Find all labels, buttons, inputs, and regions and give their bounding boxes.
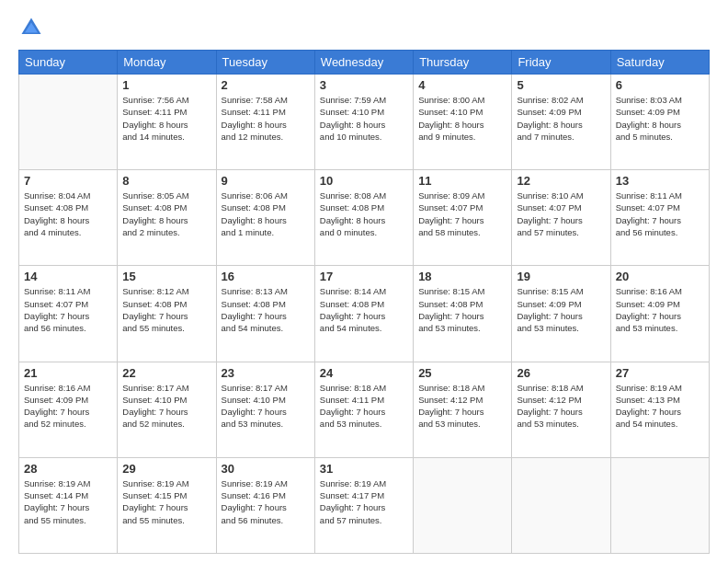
day-number: 15 (122, 270, 210, 283)
day-info: Sunrise: 8:13 AM Sunset: 4:08 PM Dayligh… (222, 285, 310, 334)
calendar-cell: 16Sunrise: 8:13 AM Sunset: 4:08 PM Dayli… (216, 266, 314, 362)
week-row-3: 14Sunrise: 8:11 AM Sunset: 4:07 PM Dayli… (19, 266, 710, 362)
calendar-cell (610, 457, 709, 553)
day-number: 25 (418, 366, 506, 380)
calendar-cell: 2Sunrise: 7:58 AM Sunset: 4:11 PM Daylig… (216, 75, 314, 170)
day-number: 14 (24, 270, 112, 283)
day-info: Sunrise: 8:11 AM Sunset: 4:07 PM Dayligh… (616, 190, 704, 238)
calendar-cell: 13Sunrise: 8:11 AM Sunset: 4:07 PM Dayli… (610, 170, 709, 266)
day-info: Sunrise: 8:15 AM Sunset: 4:09 PM Dayligh… (517, 285, 605, 334)
day-info: Sunrise: 8:05 AM Sunset: 4:08 PM Dayligh… (122, 190, 210, 238)
day-info: Sunrise: 7:59 AM Sunset: 4:10 PM Dayligh… (320, 94, 408, 143)
day-info: Sunrise: 8:06 AM Sunset: 4:08 PM Dayligh… (222, 190, 310, 238)
calendar-cell: 31Sunrise: 8:19 AM Sunset: 4:17 PM Dayli… (314, 457, 413, 553)
logo-icon (18, 15, 44, 40)
weekday-header-monday: Monday (118, 51, 216, 75)
day-info: Sunrise: 8:18 AM Sunset: 4:12 PM Dayligh… (517, 382, 605, 431)
day-info: Sunrise: 8:18 AM Sunset: 4:12 PM Dayligh… (418, 382, 506, 431)
page: SundayMondayTuesdayWednesdayThursdayFrid… (0, 0, 728, 563)
day-info: Sunrise: 8:19 AM Sunset: 4:17 PM Dayligh… (320, 477, 408, 526)
calendar-cell: 15Sunrise: 8:12 AM Sunset: 4:08 PM Dayli… (118, 266, 216, 362)
day-info: Sunrise: 8:04 AM Sunset: 4:08 PM Dayligh… (24, 190, 112, 238)
day-number: 30 (222, 462, 310, 476)
logo (18, 15, 48, 40)
day-number: 19 (517, 270, 605, 283)
weekday-header-row: SundayMondayTuesdayWednesdayThursdayFrid… (19, 51, 710, 75)
day-info: Sunrise: 8:18 AM Sunset: 4:11 PM Dayligh… (320, 382, 408, 431)
week-row-1: 1Sunrise: 7:56 AM Sunset: 4:11 PM Daylig… (19, 75, 710, 170)
calendar-cell: 20Sunrise: 8:16 AM Sunset: 4:09 PM Dayli… (610, 266, 709, 362)
day-info: Sunrise: 8:16 AM Sunset: 4:09 PM Dayligh… (616, 285, 704, 334)
calendar-cell: 29Sunrise: 8:19 AM Sunset: 4:15 PM Dayli… (118, 457, 216, 553)
calendar-cell: 7Sunrise: 8:04 AM Sunset: 4:08 PM Daylig… (19, 170, 118, 266)
week-row-4: 21Sunrise: 8:16 AM Sunset: 4:09 PM Dayli… (19, 362, 710, 457)
day-number: 20 (616, 270, 704, 283)
day-info: Sunrise: 8:11 AM Sunset: 4:07 PM Dayligh… (24, 285, 112, 334)
day-info: Sunrise: 8:00 AM Sunset: 4:10 PM Dayligh… (418, 94, 506, 143)
calendar-cell: 26Sunrise: 8:18 AM Sunset: 4:12 PM Dayli… (512, 362, 610, 457)
calendar-cell: 11Sunrise: 8:09 AM Sunset: 4:07 PM Dayli… (414, 170, 512, 266)
weekday-header-friday: Friday (512, 51, 610, 75)
day-number: 17 (320, 270, 408, 283)
calendar-cell: 24Sunrise: 8:18 AM Sunset: 4:11 PM Dayli… (314, 362, 413, 457)
calendar-cell: 10Sunrise: 8:08 AM Sunset: 4:08 PM Dayli… (314, 170, 413, 266)
day-number: 22 (122, 366, 210, 380)
calendar-cell: 5Sunrise: 8:02 AM Sunset: 4:09 PM Daylig… (512, 75, 610, 170)
calendar-cell (414, 457, 512, 553)
day-info: Sunrise: 8:14 AM Sunset: 4:08 PM Dayligh… (320, 285, 408, 334)
day-number: 27 (616, 366, 704, 380)
day-info: Sunrise: 8:02 AM Sunset: 4:09 PM Dayligh… (517, 94, 605, 143)
day-info: Sunrise: 8:12 AM Sunset: 4:08 PM Dayligh… (122, 285, 210, 334)
day-info: Sunrise: 8:08 AM Sunset: 4:08 PM Dayligh… (320, 190, 408, 238)
calendar-cell: 30Sunrise: 8:19 AM Sunset: 4:16 PM Dayli… (216, 457, 314, 553)
calendar-cell: 18Sunrise: 8:15 AM Sunset: 4:08 PM Dayli… (414, 266, 512, 362)
day-info: Sunrise: 8:19 AM Sunset: 4:14 PM Dayligh… (24, 477, 112, 526)
calendar-cell: 27Sunrise: 8:19 AM Sunset: 4:13 PM Dayli… (610, 362, 709, 457)
day-number: 8 (122, 174, 210, 188)
day-number: 21 (24, 366, 112, 380)
calendar-cell (512, 457, 610, 553)
day-info: Sunrise: 7:56 AM Sunset: 4:11 PM Dayligh… (122, 94, 210, 143)
calendar-cell: 9Sunrise: 8:06 AM Sunset: 4:08 PM Daylig… (216, 170, 314, 266)
calendar-cell: 12Sunrise: 8:10 AM Sunset: 4:07 PM Dayli… (512, 170, 610, 266)
calendar-cell: 19Sunrise: 8:15 AM Sunset: 4:09 PM Dayli… (512, 266, 610, 362)
day-number: 18 (418, 270, 506, 283)
calendar-cell: 17Sunrise: 8:14 AM Sunset: 4:08 PM Dayli… (314, 266, 413, 362)
calendar-cell: 22Sunrise: 8:17 AM Sunset: 4:10 PM Dayli… (118, 362, 216, 457)
day-info: Sunrise: 8:17 AM Sunset: 4:10 PM Dayligh… (222, 382, 310, 431)
week-row-5: 28Sunrise: 8:19 AM Sunset: 4:14 PM Dayli… (19, 457, 710, 553)
day-info: Sunrise: 8:10 AM Sunset: 4:07 PM Dayligh… (517, 190, 605, 238)
weekday-header-saturday: Saturday (610, 51, 709, 75)
day-number: 13 (616, 174, 704, 188)
day-number: 24 (320, 366, 408, 380)
day-number: 28 (24, 462, 112, 476)
day-info: Sunrise: 8:19 AM Sunset: 4:16 PM Dayligh… (222, 477, 310, 526)
day-number: 31 (320, 462, 408, 476)
calendar-cell: 28Sunrise: 8:19 AM Sunset: 4:14 PM Dayli… (19, 457, 118, 553)
calendar-cell: 25Sunrise: 8:18 AM Sunset: 4:12 PM Dayli… (414, 362, 512, 457)
calendar-cell: 21Sunrise: 8:16 AM Sunset: 4:09 PM Dayli… (19, 362, 118, 457)
calendar-cell: 3Sunrise: 7:59 AM Sunset: 4:10 PM Daylig… (314, 75, 413, 170)
weekday-header-thursday: Thursday (414, 51, 512, 75)
day-number: 11 (418, 174, 506, 188)
calendar-cell: 1Sunrise: 7:56 AM Sunset: 4:11 PM Daylig… (118, 75, 216, 170)
day-info: Sunrise: 7:58 AM Sunset: 4:11 PM Dayligh… (222, 94, 310, 143)
header (18, 15, 710, 40)
day-number: 26 (517, 366, 605, 380)
day-number: 4 (418, 78, 506, 92)
day-number: 7 (24, 174, 112, 188)
calendar-cell: 6Sunrise: 8:03 AM Sunset: 4:09 PM Daylig… (610, 75, 709, 170)
weekday-header-sunday: Sunday (19, 51, 118, 75)
day-number: 29 (122, 462, 210, 476)
day-number: 1 (122, 78, 210, 92)
day-number: 3 (320, 78, 408, 92)
calendar-cell: 23Sunrise: 8:17 AM Sunset: 4:10 PM Dayli… (216, 362, 314, 457)
calendar-cell: 8Sunrise: 8:05 AM Sunset: 4:08 PM Daylig… (118, 170, 216, 266)
week-row-2: 7Sunrise: 8:04 AM Sunset: 4:08 PM Daylig… (19, 170, 710, 266)
day-info: Sunrise: 8:03 AM Sunset: 4:09 PM Dayligh… (616, 94, 704, 143)
day-number: 2 (222, 78, 310, 92)
calendar-table: SundayMondayTuesdayWednesdayThursdayFrid… (18, 50, 710, 554)
weekday-header-tuesday: Tuesday (216, 51, 314, 75)
day-info: Sunrise: 8:16 AM Sunset: 4:09 PM Dayligh… (24, 382, 112, 431)
day-number: 5 (517, 78, 605, 92)
